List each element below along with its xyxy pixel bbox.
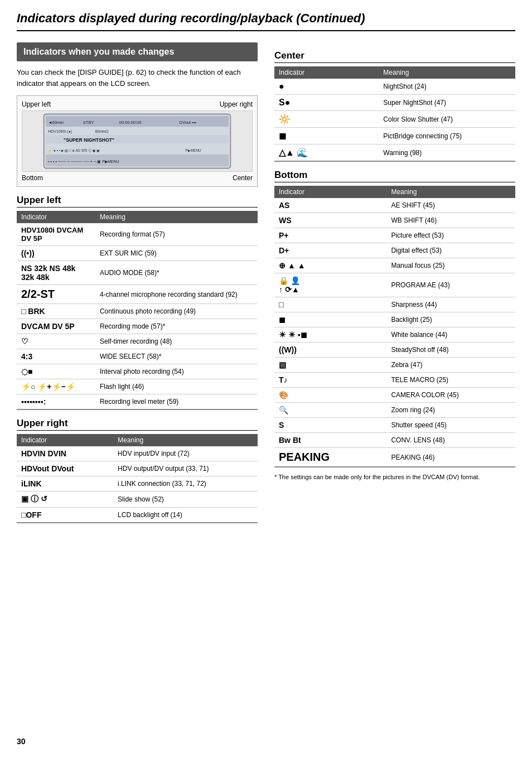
indicator-cell: ◼ (274, 128, 379, 144)
table-row: D+Digital effect (53) (274, 243, 515, 258)
indicator-cell: ◼ (274, 312, 386, 327)
meaning-cell: AE SHIFT (45) (386, 198, 515, 213)
table-row: ((•))EXT SUR MIC (59) (17, 246, 258, 261)
indicator-cell: ▣ ⓘ ↺ (17, 491, 113, 508)
table-row: iLINKi.LINK connection (33, 71, 72) (17, 476, 258, 491)
svg-text:"SUPER NIGHTSHOT": "SUPER NIGHTSHOT" (64, 137, 114, 143)
indicator-cell: Bw Bt (274, 433, 386, 448)
c-col-meaning: Meaning (379, 66, 515, 79)
table-row: 2/2-ST4-channel microphone recording sta… (17, 285, 258, 304)
indicator-cell: NS 32k NS 48k 32k 48k (17, 261, 95, 285)
meaning-cell: Flash light (46) (95, 379, 258, 394)
meaning-cell: Digital effect (53) (386, 243, 515, 258)
table-row: Bw BtCONV. LENS (48) (274, 433, 515, 448)
right-column: Center Indicator Meaning ●NightShot (24)… (274, 42, 515, 528)
table-row: HDV1080i DVCAM DV 5PRecording format (57… (17, 223, 258, 246)
table-row: ◼PictBridge connecting (75) (274, 128, 515, 144)
b-col-meaning: Meaning (386, 186, 515, 198)
upper-right-label: Upper right (220, 100, 253, 108)
table-row: □ BRKContinuous photo recording (49) (17, 304, 258, 319)
table-row: ▣ ⓘ ↺Slide show (52) (17, 491, 258, 508)
meaning-cell: TELE MACRO (25) (386, 373, 515, 388)
table-row: ◌■Interval photo recording (54) (17, 364, 258, 379)
table-row: ◼Backlight (25) (274, 312, 515, 327)
meaning-cell: Self-timer recording (48) (95, 334, 258, 349)
table-row: HDVIN DVINHDV input/DV input (72) (17, 446, 258, 461)
bottom-title: Bottom (274, 170, 515, 182)
meaning-cell: LCD backlight off (14) (113, 508, 258, 523)
table-row: ☀ ☀ ▪◼White balance (44) (274, 327, 515, 343)
indicator-cell: ▪▪▪▪▪▪▪▪: (17, 394, 95, 410)
indicator-cell: ⚡○ ⚡+⚡−⚡ (17, 379, 95, 394)
svg-text:DVout ▪▪▪: DVout ▪▪▪ (180, 120, 197, 125)
page-title: Indicators displayed during recording/pl… (17, 11, 515, 31)
indicator-cell: D+ (274, 243, 386, 258)
svg-text:STBY: STBY (83, 120, 94, 125)
meaning-cell: Slide show (52) (113, 491, 258, 508)
svg-text:P▶MENU: P▶MENU (185, 148, 201, 152)
indicator-cell: WS (274, 213, 386, 228)
indicator-cell: HDV1080i DVCAM DV 5P (17, 223, 95, 246)
indicator-cell: □OFF (17, 508, 113, 523)
center-label: Center (233, 174, 253, 182)
upper-left-title: Upper left (17, 195, 258, 208)
svg-text:00:00:00:00: 00:00:00:00 (119, 120, 142, 125)
indicator-cell: 🔍 (274, 403, 386, 418)
center-table: Indicator Meaning ●NightShot (24)S●Super… (274, 66, 515, 162)
meaning-cell: Shutter speed (45) (386, 418, 515, 433)
indicator-cell: □ BRK (17, 304, 95, 319)
b-col-indicator: Indicator (274, 186, 386, 198)
table-row: P+Picture effect (53) (274, 228, 515, 243)
upper-left-label: Upper left (22, 100, 51, 108)
meaning-cell: Sharpness (44) (386, 297, 515, 312)
meaning-cell: CONV. LENS (48) (386, 433, 515, 448)
meaning-cell: SteadyShot off (48) (386, 343, 515, 358)
meaning-cell: HDV output/DV output (33, 71) (113, 461, 258, 476)
indicator-cell: △▲ 🌊 (274, 144, 379, 162)
meaning-cell: Manual focus (25) (386, 258, 515, 273)
meaning-cell: Color Slow Shutter (47) (379, 111, 515, 128)
meaning-cell: Picture effect (53) (386, 228, 515, 243)
diagram-area: Upper left Upper right ◄60min STBY 00:00… (17, 95, 258, 187)
meaning-cell: CAMERA COLOR (45) (386, 388, 515, 403)
svg-text:60min⊡: 60min⊡ (95, 129, 109, 133)
table-row: ▪▪▪▪▪▪▪▪:Recording level meter (59) (17, 394, 258, 410)
meaning-cell: i.LINK connection (33, 71, 72) (113, 476, 258, 491)
ul-col-meaning: Meaning (95, 211, 258, 223)
table-row: NS 32k NS 48k 32k 48kAUDIO MODE (58)* (17, 261, 258, 285)
table-row: HDVout DVoutHDV output/DV output (33, 71… (17, 461, 258, 476)
table-row: DVCAM DV 5PRecording mode (57)* (17, 319, 258, 334)
table-row: ASAE SHIFT (45) (274, 198, 515, 213)
left-column: Indicators when you made changes You can… (17, 42, 258, 528)
meaning-cell: PROGRAM AE (43) (386, 273, 515, 297)
indicator-cell: ((W)) (274, 343, 386, 358)
indicator-cell: ▧ (274, 358, 386, 373)
meaning-cell: Recording mode (57)* (95, 319, 258, 334)
table-row: □Sharpness (44) (274, 297, 515, 312)
intro-text: You can check the [DISP GUIDE] (p. 62) t… (17, 67, 258, 89)
meaning-cell: Continuous photo recording (49) (95, 304, 258, 319)
footnote: * The settings can be made only for the … (274, 473, 515, 481)
page-number: 30 (17, 737, 26, 746)
table-row: ▧Zebra (47) (274, 358, 515, 373)
indicator-cell: DVCAM DV 5P (17, 319, 95, 334)
meaning-cell: NightShot (24) (379, 79, 515, 95)
meaning-cell: 4-channel microphone recording standard … (95, 285, 258, 304)
table-row: ⊕ ▲ ▲Manual focus (25) (274, 258, 515, 273)
indicator-cell: 4:3 (17, 349, 95, 364)
indicator-cell: 🔆 (274, 111, 379, 128)
table-row: 🔒 👤 ↑ ⟳▲PROGRAM AE (43) (274, 273, 515, 297)
meaning-cell: PictBridge connecting (75) (379, 128, 515, 144)
indicator-cell: P+ (274, 228, 386, 243)
indicator-cell: ◌■ (17, 364, 95, 379)
indicator-cell: □ (274, 297, 386, 312)
svg-text:◄60min: ◄60min (48, 120, 64, 125)
upper-left-table: Indicator Meaning HDV1080i DVCAM DV 5PRe… (17, 211, 258, 410)
upper-right-table: Indicator Meaning HDVIN DVINHDV input/DV… (17, 434, 258, 523)
table-row: 4:3WIDE SELECT (58)* (17, 349, 258, 364)
meaning-cell: Super NightShot (47) (379, 95, 515, 111)
table-row: T♪TELE MACRO (25) (274, 373, 515, 388)
indicator-cell: AS (274, 198, 386, 213)
table-row: SShutter speed (45) (274, 418, 515, 433)
meaning-cell: Recording format (57) (95, 223, 258, 246)
